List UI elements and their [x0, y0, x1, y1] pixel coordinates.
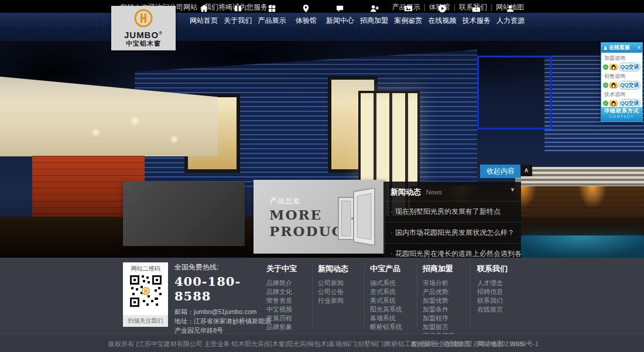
online-service-panel: ♟ 在线客服 × 加盟咨询 ✓ QQ交谈 销售咨询 ✓ QQ交谈 技术咨询 ✓ … — [601, 42, 643, 122]
footer-link[interactable]: 人才理念 — [477, 279, 527, 288]
nav-item-products[interactable]: 产品展示 — [255, 4, 288, 26]
footer-link[interactable]: 加盟优势 — [423, 296, 473, 305]
qq-chat-row[interactable]: ✓ QQ交谈 — [603, 99, 640, 108]
nav-item-tech[interactable]: 技术服务 — [460, 4, 493, 26]
footer-link[interactable]: 联系我们 — [477, 296, 527, 305]
footer-link[interactable]: 加盟条件 — [423, 305, 473, 314]
nav-item-home[interactable]: 网站首页 — [187, 4, 220, 26]
footer-link[interactable]: 发展历程 — [266, 314, 317, 323]
footer-link[interactable]: 产品优势 — [423, 288, 473, 296]
news-title: 新闻动态 — [390, 187, 421, 196]
footer-link[interactable]: 荣誉资质 — [266, 296, 317, 305]
footer-link[interactable]: 阳光房系统 — [370, 305, 420, 314]
qq-chat-button[interactable]: QQ交谈 — [619, 99, 640, 108]
grid-icon — [268, 4, 276, 13]
footer-link[interactable]: 中宝视频 — [266, 305, 317, 314]
nav-label: 人力资源 — [496, 16, 525, 26]
nav-label: 体验馆 — [296, 16, 317, 26]
qq-chat-row[interactable]: ✓ QQ交谈 — [603, 81, 640, 90]
nav-item-cases[interactable]: 案例鉴赏 — [392, 4, 424, 26]
logo[interactable]: JUMBO® 中宝铝木窗 — [111, 6, 176, 50]
bottom-link-rss[interactable]: RSS — [511, 340, 524, 347]
logo-text: JUMBO® — [124, 29, 163, 39]
footer-column-contact: 联系我们 人才理念 招聘信息 联系我们 在线留言 — [477, 264, 527, 314]
nav-label: 新闻中心 — [326, 16, 354, 26]
footer-link[interactable]: 品牌形象 — [266, 323, 317, 332]
news-collapse-icon[interactable]: ▼ — [510, 187, 515, 193]
footer-link[interactable]: 行业新闻 — [318, 296, 368, 305]
footer-link[interactable]: 意式系统 — [370, 288, 420, 296]
collapse-content-button[interactable]: 收起内容 — [480, 165, 521, 178]
nav-items: 网站首页 关于我们 产品展示 体验馆 新闻中心 招商加盟 案例鉴赏 在线视频 — [187, 4, 527, 26]
footer-column-title: 招商加盟 — [423, 264, 473, 274]
qq-chat-button[interactable]: QQ交谈 — [619, 63, 640, 71]
nav-item-about[interactable]: 关于我们 — [221, 4, 254, 26]
qq-chat-row[interactable]: ✓ QQ交谈 — [603, 63, 640, 71]
bottom-links: 案例展示|在线留言|网站地图|RSS — [411, 340, 524, 348]
service-body: 加盟咨询 ✓ QQ交谈 销售咨询 ✓ QQ交谈 技术咨询 ✓ QQ交谈 — [601, 53, 642, 108]
news-item[interactable]: ·现在别墅阳光房的发展有了新特点 — [383, 201, 521, 222]
brand-emblem-icon — [134, 9, 153, 28]
check-icon: ✓ — [603, 83, 608, 88]
news-item[interactable]: ·花园阳光房在漫长的道路上必然会遇到各种挑战 — [383, 243, 521, 258]
footer-link[interactable]: 加盟留言 — [423, 323, 473, 332]
footer-link[interactable]: 美式系统 — [370, 296, 420, 305]
footer-link[interactable]: 品牌文化 — [266, 288, 317, 296]
nav-item-video[interactable]: 在线视频 — [426, 4, 459, 26]
product-promo-box[interactable] — [123, 182, 245, 246]
footer-column-franchise: 招商加盟 市场分析 产品优势 加盟优势 加盟条件 加盟程序 加盟留言 申请表下载 — [423, 264, 473, 340]
nav-label: 招商加盟 — [360, 16, 388, 26]
contact-detail-sub: CONTACT — [601, 115, 642, 119]
separator: | — [473, 340, 475, 347]
footer-link[interactable]: 公司新闻 — [318, 279, 368, 288]
footer-link[interactable]: 在线留言 — [477, 305, 527, 314]
contact-detail-button[interactable]: 详细联系方式 CONTACT — [601, 107, 642, 121]
footer: 网站二维码 扫描关注我们 全国免费热线: 400-180 — [0, 258, 644, 334]
qr-card: 网站二维码 扫描关注我们 — [123, 262, 168, 327]
nav-label: 关于我们 — [224, 16, 252, 26]
collapse-arrow-icon[interactable]: ∧ — [520, 165, 532, 176]
contact-detail-label: 详细联系方式 — [601, 107, 642, 115]
service-group-label: 销售咨询 — [603, 72, 640, 81]
bottom-link-sitemap[interactable]: 网站地图 — [478, 340, 503, 347]
nav-item-experience[interactable]: 体验馆 — [290, 4, 323, 26]
footer-link[interactable]: 断桥铝系统 — [370, 323, 420, 332]
more-products-card[interactable]: 产品总览 MOREPRODUCTS — [254, 180, 385, 254]
qr-caption: 扫描关注我们 — [123, 315, 168, 327]
nav-label: 产品展示 — [258, 16, 286, 26]
footer-link[interactable]: 招聘信息 — [477, 288, 527, 296]
footer-link[interactable]: 市场分析 — [423, 279, 473, 288]
nav-item-franchise[interactable]: 招商加盟 — [358, 4, 390, 26]
page: 您好！欢迎访问公司网站，我们将竭诚为您服务！ 产品展示|体验馆|联系我们|网站地… — [0, 0, 644, 352]
footer-link[interactable]: 德式系统 — [370, 279, 420, 288]
bullet: · — [390, 207, 393, 216]
window-illustration-icon — [336, 188, 378, 245]
footer-link[interactable]: 品牌简介 — [266, 279, 317, 288]
qq-chat-button[interactable]: QQ交谈 — [619, 81, 640, 90]
separator: | — [506, 340, 508, 347]
nav-item-hr[interactable]: 人力资源 — [494, 4, 527, 26]
footer-link[interactable]: 加盟程序 — [423, 314, 473, 323]
book-icon — [234, 4, 242, 13]
hotline-label: 全国免费热线: — [174, 262, 271, 272]
footer-column-products: 中宝产品 德式系统 意式系统 美式系统 阳光房系统 幕墙系统 断桥铝系统 — [370, 264, 420, 332]
bottom-link-cases[interactable]: 案例展示 — [411, 340, 437, 347]
service-group-label: 技术咨询 — [603, 90, 640, 99]
service-group-label: 加盟咨询 — [603, 54, 640, 63]
hotline-number: 400-180-8588 — [174, 274, 271, 303]
nav-label: 网站首页 — [190, 16, 218, 26]
check-icon: ✓ — [603, 64, 608, 70]
news-item[interactable]: ·国内市场花园阳光房发展状况怎么样？ — [383, 222, 521, 243]
address-line: 地址：江苏省张家港妙桥镇新能源产业园兄华路8号 — [174, 316, 271, 335]
footer-column-news: 新闻动态 公司新闻 公司公告 行业新闻 — [318, 264, 368, 305]
qq-penguin-icon — [609, 64, 618, 70]
logo-subtitle: 中宝铝木窗 — [126, 39, 161, 48]
close-icon[interactable]: × — [637, 45, 640, 51]
check-icon: ✓ — [603, 101, 608, 106]
nav-item-news[interactable]: 新闻中心 — [324, 4, 357, 26]
bottom-link-message[interactable]: 在线留言 — [444, 340, 470, 347]
email-line: 邮箱：jumbo@51jumbo.com — [174, 307, 271, 316]
footer-link[interactable]: 幕墙系统 — [370, 314, 420, 323]
footer-link[interactable]: 公司公告 — [318, 288, 368, 296]
news-panel: 新闻动态 News ▼ ·现在别墅阳光房的发展有了新特点 ·国内市场花园阳光房发… — [383, 182, 521, 258]
